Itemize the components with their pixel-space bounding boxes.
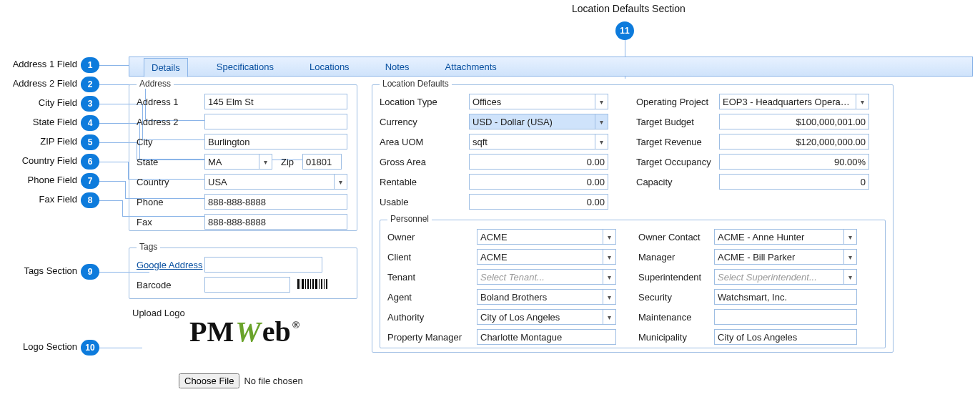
owner-contact-combo[interactable]: ACME - Anne Hunter ▾ bbox=[714, 229, 857, 245]
agent-combo[interactable]: Boland Brothers ▾ bbox=[477, 289, 616, 305]
chevron-down-icon[interactable]: ▾ bbox=[603, 270, 615, 284]
agent-label: Agent bbox=[387, 292, 477, 303]
logo-part-c: eb bbox=[262, 315, 291, 348]
callout-state: State Field bbox=[0, 117, 77, 127]
google-address-link[interactable]: Google Address bbox=[137, 260, 204, 270]
marker-8: 8 bbox=[81, 192, 99, 208]
manager-value: ACME - Bill Parker bbox=[718, 252, 795, 263]
chevron-down-icon[interactable]: ▾ bbox=[843, 230, 856, 244]
upload-logo-label: Upload Logo bbox=[132, 308, 185, 318]
personnel-group: Personnel Owner ACME ▾ Client ACME bbox=[380, 220, 886, 348]
conn-8b bbox=[122, 200, 123, 216]
address2-input[interactable] bbox=[204, 114, 347, 129]
barcode-icon bbox=[296, 278, 329, 291]
target-revenue-label: Target Revenue bbox=[626, 137, 719, 147]
fax-label: Fax bbox=[137, 217, 204, 227]
municipality-input[interactable] bbox=[714, 329, 857, 345]
municipality-label: Municipality bbox=[628, 332, 714, 343]
target-budget-label: Target Budget bbox=[626, 117, 719, 127]
callout-phone: Phone Field bbox=[0, 175, 77, 185]
tab-details[interactable]: Details bbox=[144, 58, 188, 77]
choose-file-button[interactable]: Choose File bbox=[179, 373, 239, 388]
state-combo[interactable]: MA ▾ bbox=[204, 154, 272, 170]
currency-label: Currency bbox=[380, 117, 469, 127]
chevron-down-icon[interactable]: ▾ bbox=[334, 175, 347, 189]
marker-3: 3 bbox=[81, 96, 99, 112]
fax-input[interactable] bbox=[204, 214, 347, 230]
super-placeholder: Select Superintendent... bbox=[718, 272, 817, 283]
zip-input[interactable] bbox=[302, 154, 342, 170]
super-combo[interactable]: Select Superintendent... ▾ bbox=[714, 269, 857, 285]
marker-6: 6 bbox=[81, 154, 99, 170]
svg-rect-9 bbox=[319, 279, 320, 289]
logo-part-b: W bbox=[234, 315, 262, 348]
conn-7b bbox=[125, 181, 126, 198]
no-file-label: No file chosen bbox=[244, 376, 302, 386]
target-revenue-input[interactable] bbox=[719, 134, 869, 150]
rentable-input[interactable] bbox=[469, 174, 608, 190]
chevron-down-icon[interactable]: ▾ bbox=[595, 114, 608, 129]
gross-area-input[interactable] bbox=[469, 154, 608, 170]
svg-rect-3 bbox=[302, 279, 304, 289]
phone-input[interactable] bbox=[204, 194, 347, 210]
chevron-down-icon[interactable]: ▾ bbox=[843, 270, 856, 284]
pm-input[interactable] bbox=[477, 329, 616, 345]
address-group: Address Address 1 Address 2 City State M… bbox=[129, 84, 357, 231]
security-input[interactable] bbox=[714, 289, 857, 305]
capacity-input[interactable] bbox=[719, 174, 869, 190]
callout-address2: Address 2 Field bbox=[0, 78, 77, 89]
city-input[interactable] bbox=[204, 134, 347, 150]
tab-attachments[interactable]: Attachments bbox=[438, 58, 504, 76]
usable-input[interactable] bbox=[469, 194, 608, 210]
tags-legend: Tags bbox=[137, 242, 160, 252]
maintenance-input[interactable] bbox=[714, 309, 857, 325]
address2-label: Address 2 bbox=[137, 117, 204, 127]
callout-country: Country Field bbox=[0, 155, 77, 166]
tab-specifications[interactable]: Specifications bbox=[209, 58, 281, 76]
target-budget-input[interactable] bbox=[719, 114, 869, 129]
zip-label: Zip bbox=[281, 157, 302, 167]
operating-project-label: Operating Project bbox=[626, 97, 719, 107]
chevron-down-icon[interactable]: ▾ bbox=[603, 230, 615, 244]
currency-combo[interactable]: USD - Dollar (USA) ▾ bbox=[469, 114, 608, 129]
chevron-down-icon[interactable]: ▾ bbox=[843, 250, 856, 264]
tenant-combo[interactable]: Select Tenant... ▾ bbox=[477, 269, 616, 285]
capacity-label: Capacity bbox=[626, 177, 719, 187]
country-combo[interactable]: USA ▾ bbox=[204, 174, 347, 190]
location-type-label: Location Type bbox=[380, 97, 469, 107]
tab-locations[interactable]: Locations bbox=[302, 58, 357, 76]
chevron-down-icon[interactable]: ▾ bbox=[603, 290, 615, 304]
area-uom-combo[interactable]: sqft ▾ bbox=[469, 134, 608, 150]
manager-combo[interactable]: ACME - Bill Parker ▾ bbox=[714, 249, 857, 265]
location-type-combo[interactable]: Offices ▾ bbox=[469, 94, 608, 109]
chevron-down-icon[interactable]: ▾ bbox=[603, 310, 615, 324]
authority-combo[interactable]: City of Los Angeles ▾ bbox=[477, 309, 616, 325]
owner-value: ACME bbox=[480, 232, 508, 242]
chevron-down-icon[interactable]: ▾ bbox=[595, 134, 608, 149]
client-combo[interactable]: ACME ▾ bbox=[477, 249, 616, 265]
chevron-down-icon[interactable]: ▾ bbox=[856, 94, 868, 109]
target-occupancy-input[interactable] bbox=[719, 154, 869, 170]
chevron-down-icon[interactable]: ▾ bbox=[595, 94, 608, 109]
owner-combo[interactable]: ACME ▾ bbox=[477, 229, 616, 245]
callout-logo: Logo Section bbox=[0, 341, 77, 352]
address1-input[interactable] bbox=[204, 94, 347, 109]
client-value: ACME bbox=[480, 252, 508, 263]
barcode-input[interactable] bbox=[204, 277, 290, 293]
super-label: Superintendent bbox=[628, 272, 714, 283]
location-type-value: Offices bbox=[472, 97, 501, 107]
chevron-down-icon[interactable]: ▾ bbox=[259, 155, 272, 169]
svg-rect-7 bbox=[312, 279, 314, 289]
marker-1: 1 bbox=[81, 57, 99, 73]
conn-6a bbox=[99, 162, 128, 162]
agent-value: Boland Brothers bbox=[480, 292, 547, 303]
google-address-input[interactable] bbox=[204, 257, 322, 273]
callout-zip: ZIP Field bbox=[0, 136, 77, 147]
chevron-down-icon[interactable]: ▾ bbox=[603, 250, 615, 264]
callout-tags: Tags Section bbox=[0, 265, 77, 276]
operating-project-combo[interactable]: EOP3 - Headquarters Operations ▾ bbox=[719, 94, 869, 109]
state-value: MA bbox=[208, 157, 222, 167]
authority-label: Authority bbox=[387, 312, 477, 323]
tab-notes[interactable]: Notes bbox=[378, 58, 417, 76]
svg-rect-10 bbox=[321, 279, 322, 289]
